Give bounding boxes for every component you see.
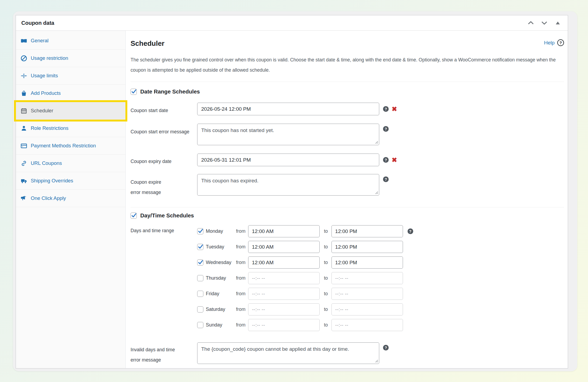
thursday-from-input[interactable]: [248, 272, 320, 284]
sidebar-item-label: Payment Methods Restriction: [31, 143, 96, 149]
help-icon[interactable]: ?: [383, 176, 389, 182]
saturday-checkbox[interactable]: [197, 306, 203, 312]
invalid-days-error-row: Invalid days and time error message The …: [131, 342, 564, 365]
coupon-data-metabox: Coupon data General: [16, 15, 568, 369]
megaphone-icon: [20, 195, 28, 202]
day-time-schedules-checkbox[interactable]: [131, 213, 137, 219]
day-row-tuesday: Tuesday from to: [197, 241, 413, 253]
page-card: Coupon data General: [13, 11, 577, 371]
date-range-schedules-checkbox[interactable]: [131, 89, 137, 95]
sidebar-item-label: Add Products: [31, 90, 61, 96]
sidebar-item-one-click-apply[interactable]: One Click Apply: [16, 190, 125, 207]
help-icon[interactable]: ?: [383, 345, 389, 350]
coupon-expiry-date-input[interactable]: [197, 154, 379, 166]
sidebar-item-payment-methods[interactable]: Payment Methods Restriction: [16, 137, 125, 155]
to-label: to: [324, 260, 328, 265]
coupon-expire-error-row: Coupon expire error message This coupon …: [131, 174, 564, 197]
invalid-days-error-textarea[interactable]: The {coupon_code} coupon cannot be appli…: [197, 342, 379, 364]
limits-icon: [20, 72, 28, 79]
user-icon: [20, 124, 28, 132]
resize-grip-icon[interactable]: [375, 359, 378, 363]
sidebar-item-add-products[interactable]: Add Products: [16, 85, 125, 102]
tuesday-to-input[interactable]: [331, 241, 403, 253]
from-label: from: [236, 291, 248, 297]
sunday-checkbox[interactable]: [197, 322, 203, 328]
help-icon[interactable]: ?: [383, 106, 389, 112]
page-title: Scheduler: [131, 39, 165, 48]
scheduler-panel: Scheduler Help ? The scheduler gives you…: [126, 31, 568, 368]
link-icon: [20, 159, 28, 167]
from-label: from: [236, 275, 248, 281]
sidebar-item-general[interactable]: General: [16, 32, 125, 50]
day-row-saturday: Saturday from to: [197, 303, 413, 315]
saturday-to-input[interactable]: [331, 303, 403, 315]
invalid-days-error-label: Invalid days and time error message: [131, 342, 197, 365]
day-row-wednesday: Wednesday from to: [197, 256, 413, 269]
friday-checkbox[interactable]: [197, 291, 203, 297]
day-label: Tuesday: [206, 244, 236, 250]
date-range-schedules-heading: Date Range Schedules: [140, 88, 200, 95]
day-row-monday: Monday from to ?: [197, 225, 413, 237]
no-entry-icon: [20, 54, 28, 62]
sidebar-item-scheduler[interactable]: Scheduler: [16, 102, 125, 120]
to-label: to: [324, 244, 328, 250]
help-icon[interactable]: ?: [383, 126, 389, 132]
sidebar-item-role-restrictions[interactable]: Role Restrictions: [16, 120, 125, 137]
coupon-start-error-label: Coupon start error message: [131, 124, 197, 145]
coupon-start-date-label: Coupon start date: [131, 102, 197, 116]
to-label: to: [324, 275, 328, 281]
thursday-to-input[interactable]: [331, 272, 403, 284]
tuesday-checkbox[interactable]: [197, 244, 203, 250]
shopping-bag-icon: [20, 89, 28, 97]
day-label: Thursday: [206, 275, 236, 281]
coupon-start-error-textarea[interactable]: This coupon has not started yet.: [197, 124, 379, 145]
wednesday-to-input[interactable]: [331, 256, 403, 269]
help-icon[interactable]: ?: [383, 157, 389, 163]
day-label: Monday: [206, 228, 236, 234]
resize-grip-icon[interactable]: [375, 140, 378, 144]
sidebar-item-label: Usage restriction: [31, 55, 68, 61]
tuesday-from-input[interactable]: [248, 241, 320, 253]
day-label: Friday: [206, 291, 236, 297]
resize-grip-icon[interactable]: [375, 191, 378, 195]
wednesday-from-input[interactable]: [248, 256, 320, 269]
truck-icon: [20, 177, 28, 185]
sidebar-item-label: URL Coupons: [31, 160, 62, 166]
coupon-start-date-row: Coupon start date ? ✖: [131, 102, 564, 116]
friday-from-input[interactable]: [248, 288, 320, 300]
sidebar-item-shipping-overrides[interactable]: Shipping Overrides: [16, 172, 125, 190]
sidebar-item-url-coupons[interactable]: URL Coupons: [16, 155, 125, 172]
monday-from-input[interactable]: [248, 225, 320, 237]
sidebar-item-usage-restriction[interactable]: Usage restriction: [16, 50, 125, 67]
coupon-start-date-input[interactable]: [197, 103, 379, 115]
sunday-from-input[interactable]: [248, 319, 320, 331]
sidebar-item-usage-limits[interactable]: Usage limits: [16, 67, 125, 85]
wednesday-checkbox[interactable]: [197, 259, 203, 266]
help-link-label: Help: [544, 40, 555, 46]
coupon-expiry-date-label: Coupon expiry date: [131, 153, 197, 166]
help-icon[interactable]: ?: [408, 228, 413, 234]
triangle-up-icon[interactable]: [554, 20, 562, 26]
metabox-header: Coupon data: [16, 15, 568, 31]
monday-to-input[interactable]: [331, 225, 403, 237]
metabox-controls: [527, 20, 562, 26]
friday-to-input[interactable]: [331, 288, 403, 300]
clear-date-icon[interactable]: ✖: [392, 106, 397, 112]
thursday-checkbox[interactable]: [197, 275, 203, 281]
coupon-expire-error-textarea[interactable]: This coupon has expired.: [197, 174, 379, 196]
chevron-up-icon[interactable]: [527, 20, 535, 26]
sunday-to-input[interactable]: [331, 319, 403, 331]
saturday-from-input[interactable]: [248, 303, 320, 315]
coupon-expire-error-label: Coupon expire error message: [131, 174, 197, 197]
help-link[interactable]: Help ?: [544, 39, 564, 46]
to-label: to: [324, 291, 328, 297]
day-row-friday: Friday from to: [197, 288, 413, 300]
credit-card-icon: [20, 142, 28, 150]
days-time-range-label: Days and time range: [131, 225, 197, 335]
chevron-down-icon[interactable]: [540, 20, 548, 26]
monday-checkbox[interactable]: [197, 228, 203, 234]
ticket-icon: [20, 37, 28, 44]
metabox-title: Coupon data: [21, 20, 54, 26]
sidebar-item-label: Shipping Overrides: [31, 178, 73, 184]
clear-date-icon[interactable]: ✖: [392, 157, 397, 163]
